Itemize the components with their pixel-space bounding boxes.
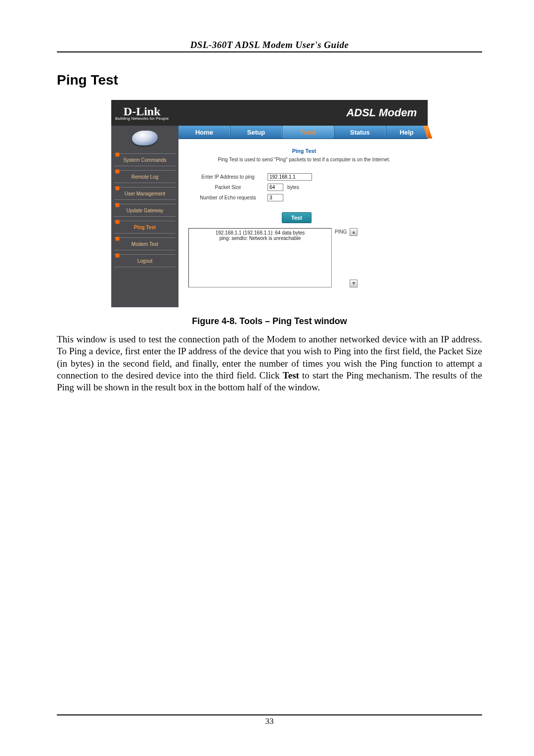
sidebar-item-ping-test[interactable]: Ping Test — [114, 221, 176, 234]
sidebar: System Commands Remote Log User Manageme… — [111, 126, 178, 307]
brand-tagline: Building Networks for People — [115, 116, 169, 121]
echo-input[interactable] — [267, 194, 283, 201]
body-paragraph: This window is used to test the connecti… — [57, 333, 482, 394]
ip-input[interactable] — [267, 173, 312, 181]
test-button[interactable]: Test — [282, 212, 312, 223]
tab-help[interactable]: Help — [386, 126, 428, 139]
ip-label: Enter IP Address to ping — [188, 174, 267, 180]
sidebar-item-update-gateway[interactable]: Update Gateway — [114, 204, 176, 217]
sidebar-item-system-commands[interactable]: System Commands — [114, 153, 176, 166]
tab-home[interactable]: Home — [178, 126, 230, 139]
tab-setup[interactable]: Setup — [230, 126, 282, 139]
body-text-bold: Test — [283, 370, 299, 380]
page-number: 33 — [266, 716, 274, 726]
packet-size-label: Packet Size — [188, 185, 267, 190]
field-packet-size: Packet Size bytes — [188, 184, 420, 191]
field-echo: Number of Echo requests — [188, 194, 420, 201]
page-footer: 33 — [57, 714, 482, 726]
product-title: ADSL Modem — [346, 106, 422, 119]
scroll-down-icon[interactable]: ▼ — [350, 280, 357, 287]
sidebar-item-modem-test[interactable]: Modem Test — [114, 237, 176, 250]
field-ip: Enter IP Address to ping — [188, 173, 420, 181]
sidebar-item-remote-log[interactable]: Remote Log — [114, 170, 176, 183]
figure-caption: Figure 4-8. Tools – Ping Test window — [57, 316, 482, 327]
tab-bar: Home Setup Tools Status Help — [178, 126, 428, 139]
running-header: DSL-360T ADSL Modem User's Guide — [57, 40, 482, 52]
result-scrollbar: ▲ ▼ — [350, 228, 357, 287]
panel-description: Ping Test is used to send "Ping" packets… — [188, 157, 420, 162]
section-title: Ping Test — [57, 72, 482, 88]
tab-status[interactable]: Status — [334, 126, 386, 139]
result-label: PING — [335, 228, 347, 235]
result-area: 192.168.1.1 (192.168.1.1): 64 data bytes… — [188, 228, 420, 287]
screenshot-body: System Commands Remote Log User Manageme… — [111, 126, 428, 307]
tab-tools[interactable]: Tools — [282, 126, 334, 139]
figure: D-Link Building Networks for People ADSL… — [57, 100, 482, 307]
modem-icon — [131, 131, 159, 145]
sidebar-item-user-management[interactable]: User Management — [114, 187, 176, 200]
scroll-up-icon[interactable]: ▲ — [350, 228, 357, 236]
ping-test-panel: Ping Test Ping Test is used to send "Pin… — [178, 139, 428, 292]
screenshot-header: D-Link Building Networks for People ADSL… — [111, 100, 428, 126]
sidebar-item-logout[interactable]: Logout — [114, 254, 176, 267]
main-area: Home Setup Tools Status Help Ping Test P… — [178, 126, 428, 307]
panel-title: Ping Test — [188, 148, 420, 154]
packet-size-unit: bytes — [287, 185, 299, 190]
result-textarea[interactable]: 192.168.1.1 (192.168.1.1): 64 data bytes… — [188, 228, 332, 287]
brand-name: D-Link — [115, 105, 169, 117]
echo-label: Number of Echo requests — [188, 195, 267, 200]
screenshot-window: D-Link Building Networks for People ADSL… — [111, 100, 428, 307]
dlink-logo: D-Link Building Networks for People — [115, 105, 169, 121]
packet-size-input[interactable] — [267, 184, 283, 191]
